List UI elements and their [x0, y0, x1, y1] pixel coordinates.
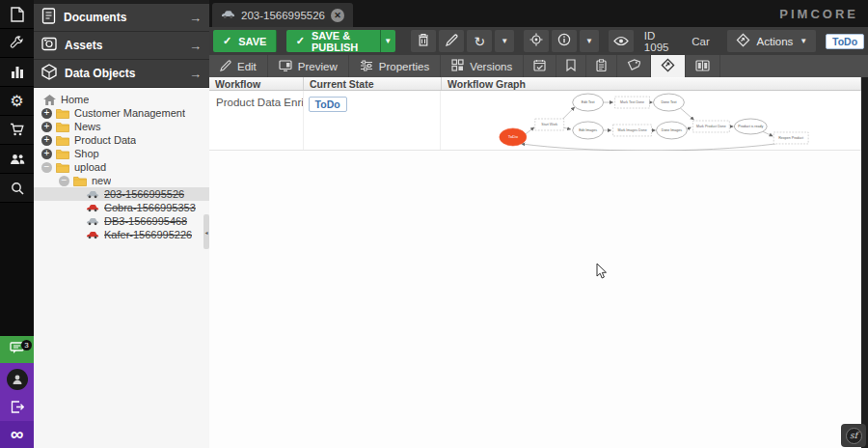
monitor-icon — [279, 60, 292, 73]
tab-bar: 203-1566995526 ✕ PIMCORE — [209, 0, 868, 27]
bar-chart-icon — [11, 66, 24, 78]
save-publish-button[interactable]: ✓SAVE & PUBLISH — [286, 30, 380, 52]
workflow-actions-label: Actions — [757, 36, 794, 47]
gear-icon: ⚙ — [10, 94, 23, 109]
tab-tags[interactable] — [617, 55, 651, 77]
workflow-graph-cell: ToDoStart WorkEdit TextMark Text DoneDon… — [441, 91, 861, 150]
folder-icon — [56, 122, 69, 132]
tree-item[interactable]: +Product Data — [34, 133, 209, 147]
notifications-button[interactable]: 3 — [0, 336, 34, 363]
open-preview-button[interactable] — [609, 30, 634, 52]
tree-item-label: 203-1566995526 — [104, 188, 184, 200]
debug-toolbar-button[interactable]: sf — [841, 424, 866, 447]
tree-item-label: Home — [61, 94, 89, 105]
tree-item[interactable]: +Customer Management — [34, 106, 209, 120]
tab-preview[interactable]: Preview — [268, 55, 349, 77]
folder-icon — [73, 176, 87, 186]
user-profile-button[interactable] — [0, 363, 34, 396]
rename-button[interactable] — [439, 30, 464, 52]
expand-icon[interactable]: + — [41, 135, 52, 146]
workflow-actions-button[interactable]: Actions ▼ — [727, 30, 817, 52]
expand-icon[interactable]: + — [41, 149, 52, 159]
arrow-right-icon: → — [189, 11, 202, 25]
tab-close-icon[interactable]: ✕ — [331, 9, 344, 22]
editor-tab-bar: Edit Preview Properties Versions — [209, 55, 868, 77]
tab-application-log[interactable] — [586, 55, 617, 77]
pencil-icon — [446, 33, 458, 50]
column-header-workflow-graph[interactable]: Workflow Graph — [442, 77, 861, 90]
column-header-current-state[interactable]: Current State — [304, 77, 442, 90]
file-menu-button[interactable] — [0, 0, 34, 29]
infinity-icon: ∞ — [11, 424, 24, 445]
tools-menu-button[interactable] — [0, 29, 34, 58]
tree-item[interactable]: −upload — [34, 160, 209, 174]
tree-item[interactable]: −new — [34, 174, 209, 187]
tree-item[interactable]: 203-1566995526 — [34, 187, 209, 201]
tab-notes[interactable] — [556, 55, 586, 77]
collapse-icon[interactable]: − — [59, 176, 69, 186]
expand-icon[interactable]: + — [41, 108, 52, 119]
settings-menu-button[interactable]: ⚙ — [0, 87, 34, 116]
folder-icon — [56, 162, 69, 173]
logout-button[interactable] — [0, 396, 34, 421]
tab-edit[interactable]: Edit — [209, 55, 268, 77]
tree-item-label: Product Data — [74, 134, 136, 146]
tree-item[interactable]: DB3-1566995468 — [34, 214, 209, 228]
svg-text:Edit Images: Edit Images — [579, 128, 597, 132]
reload-dropdown-button[interactable]: ▼ — [495, 30, 514, 52]
ecommerce-menu-button[interactable] — [0, 116, 34, 145]
tree-item[interactable]: +News — [34, 120, 209, 133]
pimcore-wordmark: PIMCORE — [779, 7, 868, 21]
svg-text:Done Images: Done Images — [662, 128, 682, 132]
tree-item[interactable]: Kafer-1566995226 — [34, 228, 209, 241]
reload-icon: ↻ — [474, 34, 485, 49]
accordion-data-objects[interactable]: Data Objects → — [34, 60, 209, 88]
object-tab[interactable]: 203-1566995526 ✕ — [212, 3, 353, 27]
grid-header: Workflow Current State Workflow Graph — [209, 77, 861, 91]
search-menu-button[interactable] — [0, 174, 34, 203]
document-icon — [41, 8, 56, 28]
save-dropdown-button[interactable]: ▼ — [276, 30, 277, 52]
save-split-button: ✓SAVE ▼ — [213, 30, 277, 52]
tab-edit-label: Edit — [237, 61, 257, 72]
workflow-graph-svg: ToDoStart WorkEdit TextMark Text DoneDon… — [441, 91, 860, 151]
tab-properties[interactable]: Properties — [349, 55, 441, 77]
expand-icon[interactable]: + — [41, 122, 52, 132]
tree-item[interactable]: Cobra-1566995353 — [34, 201, 209, 214]
tab-schedule[interactable] — [524, 55, 556, 77]
tab-dependencies[interactable] — [686, 55, 720, 77]
car-gray-icon — [86, 217, 99, 226]
save-publish-dropdown-button[interactable]: ▼ — [380, 30, 395, 52]
tree-item[interactable]: +Shop — [34, 147, 209, 160]
customers-menu-button[interactable] — [0, 145, 34, 174]
pimcore-logo-button[interactable]: ∞ — [0, 421, 34, 448]
avatar — [7, 369, 28, 390]
tab-workflow[interactable] — [651, 55, 686, 77]
tree-item-label: Customer Management — [74, 107, 185, 119]
delete-button[interactable] — [411, 30, 436, 52]
locate-in-tree-button[interactable] — [524, 30, 549, 52]
accordion-assets[interactable]: Assets → — [34, 32, 209, 60]
left-icon-rail: ⚙ 3 ∞ — [0, 0, 34, 448]
info-icon — [557, 33, 571, 50]
accordion-documents[interactable]: Documents → — [34, 4, 209, 32]
tree-item[interactable]: Home — [34, 93, 209, 106]
accordion-headers: Documents → Assets → Data Objects → — [34, 0, 209, 88]
svg-text:Product is ready: Product is ready — [738, 125, 763, 128]
reload-button[interactable]: ↻ — [467, 30, 492, 52]
workflow-row[interactable]: Product Data Enrichm... ToDo ToDoStart W… — [209, 91, 861, 151]
info-button[interactable] — [552, 30, 577, 52]
tab-versions[interactable]: Versions — [441, 55, 524, 77]
column-header-workflow[interactable]: Workflow — [209, 77, 304, 90]
sidebar-collapse-handle[interactable] — [203, 214, 209, 249]
tree-item-label: Kafer-1566995226 — [104, 229, 192, 240]
save-button[interactable]: ✓SAVE — [213, 30, 276, 52]
trash-icon — [418, 33, 429, 50]
info-dropdown-button[interactable]: ▼ — [580, 30, 599, 52]
svg-text:Mark Text Done: Mark Text Done — [620, 100, 644, 104]
shopping-cart-icon — [10, 123, 24, 137]
collapse-icon[interactable]: − — [41, 162, 52, 173]
reports-menu-button[interactable] — [0, 58, 34, 87]
wrench-icon — [10, 36, 24, 50]
columns-icon — [695, 60, 710, 73]
